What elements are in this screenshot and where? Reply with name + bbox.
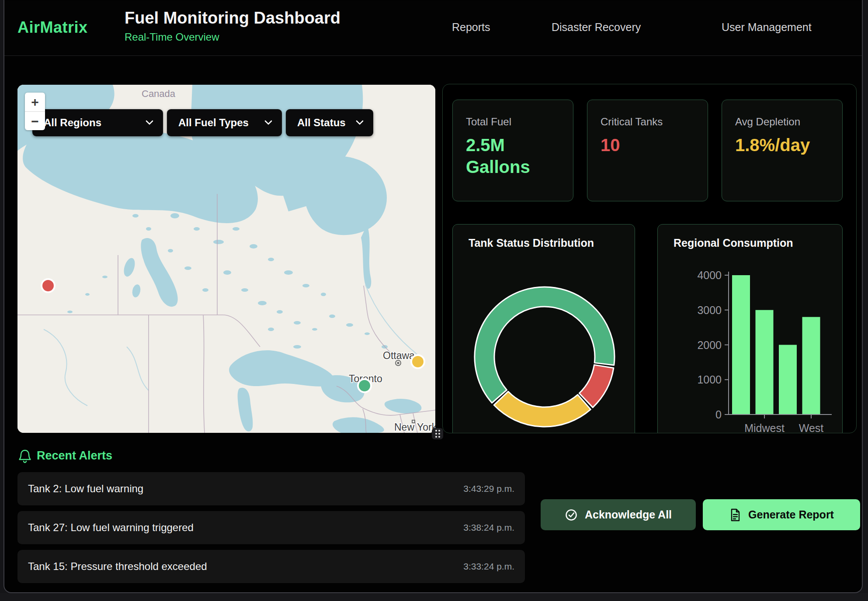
status-filter-value: All Status [297, 117, 346, 129]
map-panel[interactable]: Canada Ottawa Toronto New York + − All R [17, 85, 435, 433]
stat-value: 10 [601, 134, 681, 156]
alert-row[interactable]: Tank 15: Pressure threshold exceeded 3:3… [17, 550, 525, 583]
bell-icon [18, 449, 31, 464]
button-label: Acknowledge All [585, 508, 672, 521]
resize-grip-icon[interactable] [432, 428, 443, 439]
map-label-ottawa: Ottawa [383, 350, 415, 361]
page-title: Fuel Monitoring Dashboard [125, 9, 340, 28]
regional-consumption-chart-card: Regional Consumption 01000200030004000Mi… [657, 224, 843, 433]
chevron-down-icon [264, 120, 272, 125]
chevron-down-icon [356, 120, 364, 125]
alert-row[interactable]: Tank 27: Low fuel warning triggered 3:38… [17, 511, 525, 544]
brand-logo[interactable]: AirMatrix [17, 18, 88, 37]
title-block: Fuel Monitoring Dashboard Real-Time Over… [125, 9, 340, 43]
right-edge [864, 0, 868, 601]
stat-value: 2.5M Gallons [466, 134, 547, 178]
alert-message: Tank 15: Pressure threshold exceeded [28, 560, 207, 573]
nav-item-reports[interactable]: Reports [452, 21, 490, 34]
stat-value: 1.8%/day [735, 134, 816, 156]
left-edge [0, 0, 3, 601]
svg-text:West: West [799, 422, 824, 433]
acknowledge-all-button[interactable]: Acknowledge All [541, 499, 696, 530]
generate-report-button[interactable]: Generate Report [703, 499, 860, 530]
svg-text:4000: 4000 [697, 269, 722, 281]
document-icon [729, 508, 741, 522]
donut-chart[interactable] [453, 225, 635, 433]
header-bar: AirMatrix Fuel Monitoring Dashboard Real… [3, 1, 863, 56]
marker-warning[interactable] [411, 355, 424, 368]
stat-card-avg-depletion: Avg Depletion 1.8%/day [722, 100, 843, 201]
app-window: AirMatrix Fuel Monitoring Dashboard Real… [3, 0, 863, 593]
alert-row[interactable]: Tank 2: Low fuel warning 3:43:29 p.m. [17, 472, 525, 505]
region-filter-value: All Regions [44, 117, 101, 129]
marker-normal[interactable] [358, 379, 371, 392]
stat-card-critical-tanks: Critical Tanks 10 [587, 100, 708, 201]
page-background-strip [0, 593, 868, 601]
alert-time: 3:33:24 p.m. [463, 561, 514, 572]
zoom-in-button[interactable]: + [25, 93, 45, 111]
zoom-out-button[interactable]: − [25, 112, 45, 131]
svg-text:0: 0 [715, 408, 722, 421]
page-subtitle: Real-Time Overview [125, 31, 340, 43]
map-zoom-control: + − [25, 93, 45, 130]
tank-status-chart-card: Tank Status Distribution [452, 224, 635, 433]
status-filter-dropdown[interactable]: All Status [286, 109, 373, 136]
metrics-panel: Total Fuel 2.5M Gallons Critical Tanks 1… [442, 84, 857, 433]
chevron-down-icon [146, 120, 153, 125]
alert-message: Tank 27: Low fuel warning triggered [28, 522, 194, 534]
svg-text:1000: 1000 [697, 373, 722, 386]
nav-item-user-management[interactable]: User Management [722, 21, 812, 34]
alert-time: 3:43:29 p.m. [463, 484, 514, 494]
alert-message: Tank 2: Low fuel warning [28, 483, 143, 495]
stat-label: Avg Depletion [735, 116, 829, 128]
region-filter-dropdown[interactable]: All Regions [32, 109, 163, 136]
map-canvas: Canada Ottawa Toronto New York [17, 85, 435, 433]
stat-card-total-fuel: Total Fuel 2.5M Gallons [452, 100, 573, 201]
map-label-canada: Canada [142, 88, 176, 99]
alert-time: 3:38:24 p.m. [463, 522, 514, 533]
svg-text:Midwest: Midwest [744, 422, 785, 433]
check-circle-icon [565, 508, 578, 522]
fuel-filter-value: All Fuel Types [178, 117, 249, 129]
alerts-heading: Recent Alerts [37, 449, 112, 463]
svg-text:2000: 2000 [697, 339, 722, 351]
stat-label: Total Fuel [466, 116, 560, 128]
chart-title: Regional Consumption [674, 237, 793, 249]
stat-label: Critical Tanks [601, 116, 694, 128]
svg-text:3000: 3000 [697, 304, 722, 316]
fuel-type-filter-dropdown[interactable]: All Fuel Types [167, 109, 282, 136]
marker-critical[interactable] [42, 279, 55, 292]
chart-title: Tank Status Distribution [469, 237, 594, 249]
button-label: Generate Report [748, 508, 834, 521]
nav-item-disaster-recovery[interactable]: Disaster Recovery [552, 21, 641, 34]
bar-chart[interactable]: 01000200030004000MidwestWest [658, 225, 843, 433]
